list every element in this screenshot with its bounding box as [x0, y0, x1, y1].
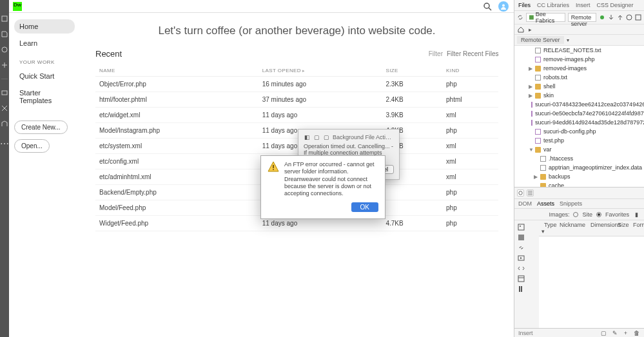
nav-home[interactable]: Home: [14, 19, 75, 34]
site-select[interactable]: Bee Fabrics: [526, 13, 565, 22]
asset-urls-icon[interactable]: [517, 244, 525, 251]
server-select[interactable]: Remote server: [568, 13, 596, 22]
col-size[interactable]: Size: [615, 222, 630, 235]
error-message: An FTP error occurred - cannot get serve…: [284, 161, 378, 197]
sync-icon[interactable]: [517, 14, 523, 21]
start-sidebar: Home Learn Your Work Quick Start Starter…: [9, 13, 80, 337]
tree-file[interactable]: sucuri-94edd614d9244ad35de128d787972f.ph…: [514, 118, 644, 127]
upload-icon[interactable]: [617, 14, 623, 21]
col-nickname[interactable]: Nickname: [557, 222, 588, 235]
ok-button[interactable]: OK: [351, 202, 378, 212]
col-dimensions[interactable]: Dimensions: [588, 222, 615, 235]
filter-icon[interactable]: ▮: [633, 211, 640, 218]
folder-icon: [535, 66, 541, 72]
tab-insert[interactable]: Insert: [576, 2, 590, 8]
tree-folder[interactable]: ▶shell: [514, 82, 644, 91]
tool-icon[interactable]: [1, 90, 8, 96]
table-row[interactable]: etc/widget.xml11 days ago3.9KBxml: [95, 108, 498, 123]
tool-icon[interactable]: [1, 62, 8, 68]
svg-point-1: [2, 47, 7, 52]
tree-file[interactable]: apptrian_imageoptimizer_index.data: [514, 163, 644, 172]
asset-images-icon[interactable]: [517, 223, 525, 231]
tool-icon[interactable]: [1, 105, 8, 111]
status-icon[interactable]: +: [622, 329, 629, 336]
insert-button[interactable]: Insert: [518, 330, 533, 336]
tree-file[interactable]: .htaccess: [514, 154, 644, 163]
tree-folder[interactable]: ▶skin: [514, 91, 644, 100]
list-icon[interactable]: [527, 189, 534, 197]
tool-icon[interactable]: [1, 46, 8, 53]
col-name[interactable]: Name: [95, 65, 259, 77]
status-icon[interactable]: 🗑: [633, 329, 640, 336]
dialog-icon: ▢: [323, 133, 330, 140]
folder-icon: [535, 93, 541, 99]
tree-folder[interactable]: ▶backups: [514, 172, 644, 181]
more-tools-icon[interactable]: ⋯: [0, 139, 9, 149]
status-icon[interactable]: ✎: [611, 329, 618, 336]
table-row[interactable]: etc/system.xml11 days ago4.3KBxml: [95, 139, 498, 154]
tab-dom[interactable]: DOM: [518, 200, 532, 207]
download-icon[interactable]: [608, 14, 614, 21]
tree-file[interactable]: test.php: [514, 136, 644, 145]
tree-folder[interactable]: ▼var: [514, 145, 644, 154]
svg-rect-14: [518, 276, 524, 282]
tab-css-designer[interactable]: CSS Designer: [597, 2, 634, 8]
tool-icon[interactable]: [1, 31, 8, 37]
nav-learn[interactable]: Learn: [14, 36, 75, 50]
sync2-icon[interactable]: [626, 14, 632, 21]
tool-icon[interactable]: [1, 15, 8, 22]
avatar[interactable]: [498, 1, 509, 12]
status-icon[interactable]: ▢: [600, 329, 607, 336]
col-last-opened[interactable]: Last Opened: [259, 65, 382, 77]
expand-icon[interactable]: [635, 14, 641, 21]
breadcrumb[interactable]: Remote Server: [517, 36, 564, 44]
col-size[interactable]: Size: [382, 65, 442, 77]
tab-cc-libraries[interactable]: CC Libraries: [537, 2, 569, 8]
connect-icon[interactable]: [599, 14, 605, 21]
tree-folder[interactable]: cache: [514, 181, 644, 188]
tool-icon[interactable]: [1, 120, 8, 127]
col-kind[interactable]: Kind: [442, 65, 498, 77]
file-icon: [535, 138, 541, 144]
tab-files[interactable]: Files: [518, 2, 531, 8]
tree-file[interactable]: sucuri-db-config.php: [514, 127, 644, 136]
svg-rect-2: [2, 91, 7, 95]
folder-icon: [540, 174, 546, 180]
radio-site[interactable]: [573, 212, 578, 217]
home-icon[interactable]: [517, 26, 524, 33]
nav-icon[interactable]: ▸: [527, 26, 534, 33]
asset-library-icon[interactable]: [517, 285, 525, 293]
asset-colors-icon[interactable]: [517, 233, 525, 241]
table-row[interactable]: Object/Error.php16 minutes ago2.3KBphp: [95, 77, 498, 92]
tree-file[interactable]: robots.txt: [514, 73, 644, 82]
search-icon[interactable]: [483, 2, 492, 11]
tree-file[interactable]: remove-images.php: [514, 55, 644, 64]
create-new-button[interactable]: Create New...: [14, 120, 68, 134]
table-row[interactable]: Model/Instagram.php11 days ago4.0KBphp: [95, 123, 498, 139]
svg-rect-12: [518, 235, 524, 240]
tree-file[interactable]: sucuri-037484323ee62412cea2c03749426a2b.…: [514, 100, 644, 109]
tree-file[interactable]: sucuri-0e50ecbcfa74e2706104224f4fd987ce4…: [514, 109, 644, 118]
filter-input[interactable]: [447, 50, 498, 57]
app-bar: [9, 0, 514, 13]
folder-icon: [535, 147, 541, 153]
asset-scripts-icon[interactable]: [517, 264, 525, 272]
asset-templates-icon[interactable]: [517, 274, 525, 282]
nav-quick-start[interactable]: Quick Start: [14, 69, 75, 83]
col-format[interactable]: Format: [630, 222, 644, 235]
tab-assets[interactable]: Assets: [537, 200, 554, 207]
tab-snippets[interactable]: Snippets: [560, 200, 582, 207]
table-row[interactable]: html/footer.phtml37 minutes ago2.4KBphtm…: [95, 92, 498, 108]
svg-point-7: [600, 15, 604, 19]
col-type[interactable]: Type ▾: [539, 222, 557, 235]
radio-favorites[interactable]: [596, 212, 601, 217]
tree-file[interactable]: RELEASE_NOTES.txt: [514, 46, 644, 55]
nav-starter-templates[interactable]: Starter Templates: [14, 86, 75, 108]
remote-file-tree[interactable]: RELEASE_NOTES.txtremove-images.php▶remov…: [514, 46, 644, 188]
refresh-icon[interactable]: [517, 189, 524, 197]
tree-folder[interactable]: ▶removed-images: [514, 64, 644, 73]
open-button[interactable]: Open...: [14, 139, 50, 153]
file-icon: [535, 129, 541, 135]
svg-rect-9: [636, 15, 641, 20]
asset-media-icon[interactable]: [517, 254, 525, 262]
